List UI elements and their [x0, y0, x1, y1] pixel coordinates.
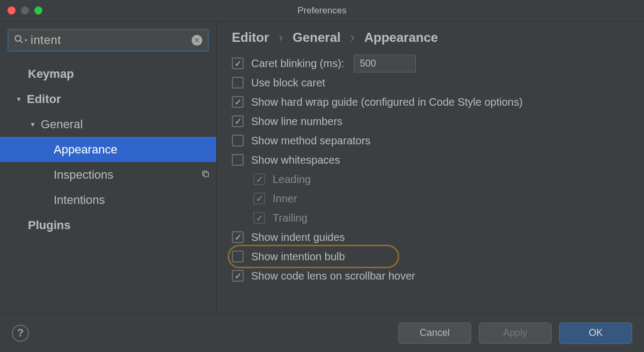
clear-search-button[interactable]: ✕: [192, 35, 202, 46]
profile-icon: [201, 170, 210, 180]
search-dropdown-icon[interactable]: ▾: [25, 38, 27, 43]
search-container: ▾ ✕: [8, 29, 209, 52]
sidebar-item-keymap[interactable]: Keymap: [0, 61, 216, 86]
breadcrumb-item[interactable]: General: [292, 30, 340, 45]
close-window-button[interactable]: [8, 6, 16, 14]
breadcrumb-item: Appearance: [364, 30, 438, 45]
svg-line-1: [20, 40, 23, 42]
disclosure-icon[interactable]: ▼: [29, 121, 36, 128]
svg-point-0: [15, 35, 21, 41]
setting-caret-blinking[interactable]: Caret blinking (ms):: [232, 54, 633, 73]
checkbox-checked-icon[interactable]: [232, 231, 244, 243]
checkbox-checked-icon[interactable]: [232, 57, 244, 69]
checkbox-checked-icon[interactable]: [232, 115, 244, 127]
setting-method-separators[interactable]: Show method separators: [232, 131, 633, 150]
sidebar-item-editor[interactable]: ▼ Editor: [0, 86, 216, 112]
checkbox-checked-icon: [253, 193, 265, 204]
sidebar: ▾ ✕ Keymap ▼ Editor ▼ General Appearance…: [0, 21, 217, 313]
help-button[interactable]: ?: [12, 325, 29, 342]
setting-ws-trailing: Trailing: [232, 208, 633, 228]
checkbox-checked-icon[interactable]: [232, 96, 244, 108]
content-pane: Editor › General › Appearance Caret blin…: [217, 21, 644, 313]
checkbox-checked-icon: [253, 173, 265, 185]
main-area: ▾ ✕ Keymap ▼ Editor ▼ General Appearance…: [0, 21, 644, 313]
breadcrumb: Editor › General › Appearance: [217, 21, 644, 53]
breadcrumb-item[interactable]: Editor: [232, 30, 269, 45]
cancel-button[interactable]: Cancel: [398, 322, 471, 344]
setting-line-numbers[interactable]: Show line numbers: [232, 112, 633, 131]
sidebar-item-intentions[interactable]: Intentions: [0, 187, 216, 212]
caret-blinking-input[interactable]: [354, 55, 416, 72]
setting-use-block-caret[interactable]: Use block caret: [232, 73, 633, 92]
sidebar-item-general[interactable]: ▼ General: [0, 112, 216, 137]
titlebar: Preferences: [0, 0, 644, 21]
setting-ws-inner: Inner: [232, 189, 633, 208]
checkbox-unchecked-icon[interactable]: [232, 77, 244, 89]
setting-indent-guides[interactable]: Show indent guides: [232, 228, 633, 247]
setting-ws-leading: Leading: [232, 170, 633, 189]
minimize-window-button[interactable]: [21, 6, 29, 14]
search-box[interactable]: ▾ ✕: [8, 29, 209, 52]
svg-rect-2: [204, 172, 208, 177]
checkbox-unchecked-icon[interactable]: [232, 135, 244, 146]
window-controls: [8, 6, 42, 14]
settings-tree: Keymap ▼ Editor ▼ General Appearance Ins…: [0, 61, 216, 313]
setting-intention-bulb[interactable]: Show intention bulb: [232, 247, 633, 266]
setting-hard-wrap[interactable]: Show hard wrap guide (configured in Code…: [232, 92, 633, 112]
checkbox-checked-icon[interactable]: [232, 270, 244, 282]
checkbox-unchecked-icon[interactable]: [232, 251, 244, 262]
window-title: Preferences: [297, 5, 347, 16]
checkbox-checked-icon: [253, 212, 265, 224]
chevron-right-icon: ›: [350, 30, 355, 45]
search-input[interactable]: [31, 30, 192, 50]
setting-whitespaces[interactable]: Show whitespaces: [232, 150, 633, 170]
checkbox-unchecked-icon[interactable]: [232, 154, 244, 166]
apply-button[interactable]: Apply: [479, 322, 552, 344]
sidebar-item-inspections[interactable]: Inspections: [0, 162, 216, 187]
ok-button[interactable]: OK: [559, 322, 632, 344]
dialog-footer: ? Cancel Apply OK: [0, 313, 644, 352]
chevron-right-icon: ›: [279, 30, 283, 45]
maximize-window-button[interactable]: [34, 6, 42, 14]
sidebar-item-appearance[interactable]: Appearance: [0, 137, 216, 162]
settings-list: Caret blinking (ms): Use block caret Sho…: [217, 53, 644, 313]
disclosure-icon[interactable]: ▼: [15, 96, 23, 103]
sidebar-item-plugins[interactable]: Plugins: [0, 212, 216, 238]
setting-code-lens[interactable]: Show code lens on scrollbar hover: [232, 266, 633, 285]
search-icon: [14, 34, 24, 47]
